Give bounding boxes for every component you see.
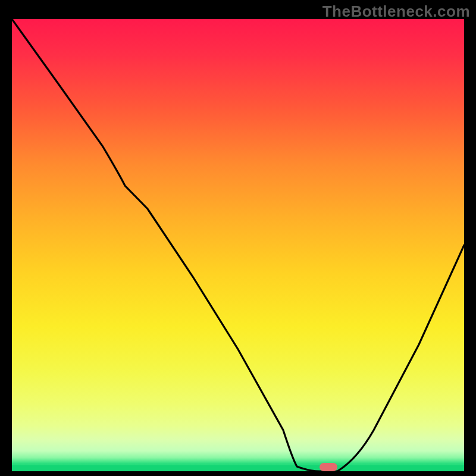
- bottleneck-curve: [12, 19, 464, 471]
- optimum-marker: [320, 463, 337, 471]
- plot-area: [12, 19, 464, 471]
- curve-path: [12, 19, 464, 471]
- chart-frame: TheBottleneck.com: [0, 0, 476, 476]
- watermark-text: TheBottleneck.com: [322, 2, 470, 21]
